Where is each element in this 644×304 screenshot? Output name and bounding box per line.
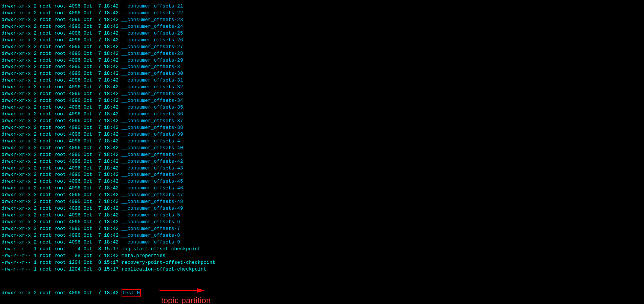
file-meta: 2 root root 4096 Oct 7 18:42 (31, 57, 122, 64)
terminal-line: drwxr-xr-x 2 root root 4096 Oct 7 18:42 … (2, 138, 642, 145)
permissions: drwxr-xr-x (2, 290, 31, 296)
terminal-line: drwxr-xr-x 2 root root 4096 Oct 7 18:42 … (2, 239, 642, 246)
terminal-line: drwxr-xr-x 2 root root 4096 Oct 7 18:42 … (2, 219, 642, 225)
filename: __consumer_offsets-21 (122, 3, 183, 10)
terminal-line: drwxr-xr-x 2 root root 4096 Oct 7 18:42 … (2, 84, 642, 91)
permissions: drwxr-xr-x (2, 178, 31, 185)
filename: __consumer_offsets-36 (122, 111, 183, 118)
file-meta: 2 root root 4096 Oct 7 18:42 (31, 37, 122, 44)
terminal-line: drwxr-xr-x 2 root root 4096 Oct 7 18:42 … (2, 131, 642, 138)
filename: __consumer_offsets-5 (122, 212, 180, 219)
filename: __consumer_offsets-23 (122, 17, 183, 23)
terminal-line: drwxr-xr-x 2 root root 4096 Oct 7 18:42 … (2, 232, 642, 239)
filename: __consumer_offsets-35 (122, 104, 183, 111)
file-meta: 2 root root 4096 Oct 7 18:42 (31, 131, 122, 138)
file-meta: 2 root root 4096 Oct 7 18:42 (31, 219, 122, 225)
permissions: -rw-r--r-- (2, 253, 31, 259)
file-meta: 2 root root 4096 Oct 7 18:42 (31, 77, 122, 84)
file-meta: 2 root root 4096 Oct 7 18:42 (31, 145, 122, 151)
permissions: drwxr-xr-x (2, 111, 31, 118)
filename: __consumer_offsets-22 (122, 10, 183, 17)
file-meta: 2 root root 4096 Oct 7 18:42 (31, 64, 122, 70)
permissions: drwxr-xr-x (2, 185, 31, 192)
filename: __consumer_offsets-9 (122, 239, 180, 246)
file-meta: 2 root root 4096 Oct 7 18:42 (31, 212, 122, 219)
terminal-line: drwxr-xr-x 2 root root 4096 Oct 7 18:42 … (2, 30, 642, 37)
permissions: drwxr-xr-x (2, 104, 31, 111)
file-meta: 2 root root 4096 Oct 7 18:42 (31, 50, 122, 57)
filename: __consumer_offsets-38 (122, 124, 183, 131)
permissions: drwxr-xr-x (2, 70, 31, 77)
filename: __consumer_offsets-42 (122, 158, 183, 165)
permissions: drwxr-xr-x (2, 3, 31, 10)
terminal-line: drwxr-xr-x 2 root root 4096 Oct 7 18:42 … (2, 91, 642, 97)
filename: __consumer_offsets-46 (122, 185, 183, 192)
filename: __consumer_offsets-41 (122, 151, 183, 158)
file-meta: 2 root root 4096 Oct 7 18:42 (31, 185, 122, 192)
permissions: drwxr-xr-x (2, 192, 31, 198)
permissions: drwxr-xr-x (2, 145, 31, 151)
filename: __consumer_offsets-32 (122, 84, 183, 91)
file-meta: 2 root root 4096 Oct 7 18:42 (31, 239, 122, 246)
filename: __consumer_offsets-8 (122, 232, 180, 239)
permissions: drwxr-xr-x (2, 171, 31, 178)
permissions: drwxr-xr-x (2, 77, 31, 84)
permissions: drwxr-xr-x (2, 30, 31, 37)
filename: __consumer_offsets-4 (122, 138, 180, 145)
permissions: drwxr-xr-x (2, 64, 31, 70)
annotation-arrow (159, 286, 205, 295)
file-meta: 2 root root 4096 Oct 7 18:42 (31, 111, 122, 118)
permissions: drwxr-xr-x (2, 91, 31, 97)
last-dir-line: drwxr-xr-x 2 root root 4096 Oct 7 18:42 … (2, 273, 642, 304)
file-meta: 2 root root 4096 Oct 7 18:42 (31, 97, 122, 104)
filename: __consumer_offsets-47 (122, 192, 183, 198)
terminal-line: drwxr-xr-x 2 root root 4096 Oct 7 18:42 … (2, 171, 642, 178)
permissions: drwxr-xr-x (2, 219, 31, 225)
filename: recovery-point-offset-checkpoint (122, 259, 215, 266)
terminal-line: drwxr-xr-x 2 root root 4096 Oct 7 18:42 … (2, 178, 642, 185)
terminal-line: drwxr-xr-x 2 root root 4096 Oct 7 18:42 … (2, 10, 642, 17)
permissions: drwxr-xr-x (2, 57, 31, 64)
permissions: -rw-r--r-- (2, 266, 31, 273)
file-meta: 2 root root 4096 Oct 7 18:42 (31, 118, 122, 124)
filename: __consumer_offsets-29 (122, 57, 183, 64)
terminal-line: -rw-r--r-- 1 root root 88 Oct 7 18:42 me… (2, 253, 642, 259)
terminal-line: drwxr-xr-x 2 root root 4096 Oct 7 18:42 … (2, 158, 642, 165)
file-meta: 2 root root 4096 Oct 7 18:42 (31, 23, 122, 30)
filename: log-start-offset-checkpoint (122, 246, 201, 253)
permissions: drwxr-xr-x (2, 84, 31, 91)
terminal-line: drwxr-xr-x 2 root root 4096 Oct 7 18:42 … (2, 37, 642, 44)
terminal-line: -rw-r--r-- 1 root root 4 Oct 8 15:17 log… (2, 246, 642, 253)
permissions: drwxr-xr-x (2, 232, 31, 239)
filename: __consumer_offsets-45 (122, 178, 183, 185)
terminal-line: drwxr-xr-x 2 root root 4096 Oct 7 18:42 … (2, 205, 642, 212)
filename: __consumer_offsets-27 (122, 44, 183, 50)
file-meta: 2 root root 4096 Oct 7 18:42 (31, 290, 122, 296)
svg-marker-1 (197, 288, 205, 293)
file-meta: 2 root root 4096 Oct 7 18:42 (31, 171, 122, 178)
file-meta: 2 root root 4096 Oct 7 18:42 (31, 10, 122, 17)
terminal-line: drwxr-xr-x 2 root root 4096 Oct 7 18:42 … (2, 23, 642, 30)
terminal-line: drwxr-xr-x 2 root root 4096 Oct 7 18:42 … (2, 3, 642, 10)
permissions: drwxr-xr-x (2, 50, 31, 57)
filename: __consumer_offsets-34 (122, 97, 183, 104)
permissions: drwxr-xr-x (2, 17, 31, 23)
terminal-line: drwxr-xr-x 2 root root 4096 Oct 7 18:42 … (2, 70, 642, 77)
filename: __consumer_offsets-37 (122, 118, 183, 124)
permissions: drwxr-xr-x (2, 198, 31, 205)
file-meta: 1 root root 1204 Oct 8 15:17 (31, 259, 122, 266)
highlighted-filename: test-0 (122, 289, 141, 297)
file-meta: 1 root root 4 Oct 8 15:17 (31, 246, 122, 253)
permissions: drwxr-xr-x (2, 151, 31, 158)
permissions: drwxr-xr-x (2, 138, 31, 145)
terminal-line: drwxr-xr-x 2 root root 4096 Oct 7 18:42 … (2, 111, 642, 118)
terminal-line: drwxr-xr-x 2 root root 4096 Oct 7 18:42 … (2, 212, 642, 219)
permissions: drwxr-xr-x (2, 212, 31, 219)
terminal-line: -rw-r--r-- 1 root root 1204 Oct 8 15:17 … (2, 266, 642, 273)
filename: __consumer_offsets-31 (122, 77, 183, 84)
filename: __consumer_offsets-48 (122, 198, 183, 205)
terminal-line: drwxr-xr-x 2 root root 4096 Oct 7 18:42 … (2, 145, 642, 151)
filename: replication-offset-checkpoint (122, 266, 206, 273)
file-meta: 2 root root 4096 Oct 7 18:42 (31, 70, 122, 77)
file-meta: 2 root root 4096 Oct 7 18:42 (31, 151, 122, 158)
